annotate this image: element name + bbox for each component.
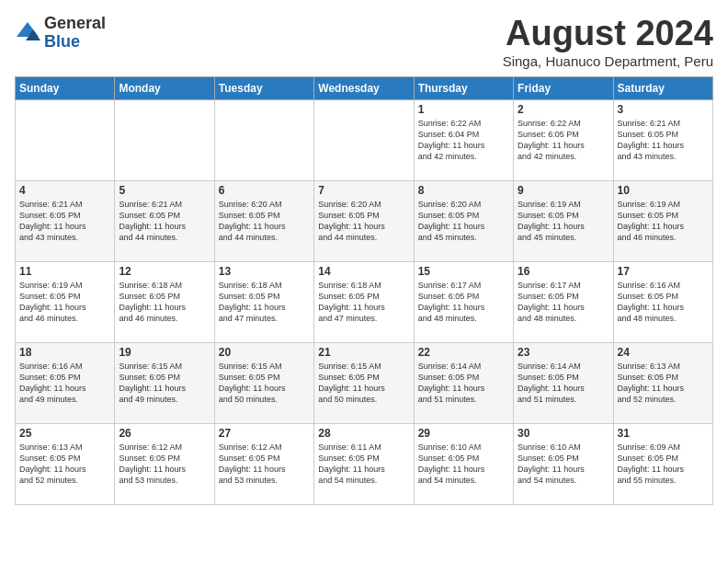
day-number: 8 xyxy=(418,184,509,197)
calendar-cell: 31Sunrise: 6:09 AM Sunset: 6:05 PM Dayli… xyxy=(613,423,712,504)
day-number: 25 xyxy=(19,427,110,440)
day-number: 29 xyxy=(418,427,509,440)
day-info: Sunrise: 6:13 AM Sunset: 6:05 PM Dayligh… xyxy=(618,361,709,406)
day-number: 21 xyxy=(318,346,409,359)
calendar-cell: 27Sunrise: 6:12 AM Sunset: 6:05 PM Dayli… xyxy=(214,423,313,504)
day-info: Sunrise: 6:18 AM Sunset: 6:05 PM Dayligh… xyxy=(219,280,310,325)
calendar-cell: 3Sunrise: 6:21 AM Sunset: 6:05 PM Daylig… xyxy=(613,99,712,180)
day-number: 22 xyxy=(418,346,509,359)
day-info: Sunrise: 6:18 AM Sunset: 6:05 PM Dayligh… xyxy=(318,280,409,325)
day-number: 1 xyxy=(418,103,509,116)
calendar-cell: 9Sunrise: 6:19 AM Sunset: 6:05 PM Daylig… xyxy=(514,180,613,261)
day-number: 24 xyxy=(618,346,709,359)
logo-text: General Blue xyxy=(44,15,106,52)
day-number: 7 xyxy=(318,184,409,197)
calendar-cell: 5Sunrise: 6:21 AM Sunset: 6:05 PM Daylig… xyxy=(115,180,214,261)
calendar-cell: 26Sunrise: 6:12 AM Sunset: 6:05 PM Dayli… xyxy=(115,423,214,504)
day-number: 26 xyxy=(119,427,210,440)
day-number: 9 xyxy=(518,184,609,197)
day-number: 28 xyxy=(318,427,409,440)
calendar-cell: 15Sunrise: 6:17 AM Sunset: 6:05 PM Dayli… xyxy=(414,261,513,342)
day-number: 20 xyxy=(219,346,310,359)
calendar-cell: 11Sunrise: 6:19 AM Sunset: 6:05 PM Dayli… xyxy=(16,261,115,342)
day-number: 17 xyxy=(618,265,709,278)
calendar-cell: 16Sunrise: 6:17 AM Sunset: 6:05 PM Dayli… xyxy=(514,261,613,342)
day-info: Sunrise: 6:20 AM Sunset: 6:05 PM Dayligh… xyxy=(219,199,310,244)
col-header-sunday: Sunday xyxy=(16,76,115,99)
calendar-cell: 17Sunrise: 6:16 AM Sunset: 6:05 PM Dayli… xyxy=(613,261,712,342)
day-info: Sunrise: 6:18 AM Sunset: 6:05 PM Dayligh… xyxy=(119,280,210,325)
day-number: 23 xyxy=(518,346,609,359)
day-info: Sunrise: 6:21 AM Sunset: 6:05 PM Dayligh… xyxy=(19,199,110,244)
day-number: 31 xyxy=(618,427,709,440)
calendar-cell: 12Sunrise: 6:18 AM Sunset: 6:05 PM Dayli… xyxy=(115,261,214,342)
calendar-cell: 20Sunrise: 6:15 AM Sunset: 6:05 PM Dayli… xyxy=(214,342,313,423)
calendar-table: SundayMondayTuesdayWednesdayThursdayFrid… xyxy=(15,76,713,505)
calendar-cell xyxy=(314,99,414,180)
calendar-week-2: 4Sunrise: 6:21 AM Sunset: 6:05 PM Daylig… xyxy=(16,180,713,261)
title-block: August 2024 Singa, Huanuco Department, P… xyxy=(503,15,713,69)
calendar-week-5: 25Sunrise: 6:13 AM Sunset: 6:05 PM Dayli… xyxy=(16,423,713,504)
col-header-thursday: Thursday xyxy=(414,76,513,99)
calendar-week-3: 11Sunrise: 6:19 AM Sunset: 6:05 PM Dayli… xyxy=(16,261,713,342)
day-info: Sunrise: 6:16 AM Sunset: 6:05 PM Dayligh… xyxy=(618,280,709,325)
calendar-week-4: 18Sunrise: 6:16 AM Sunset: 6:05 PM Dayli… xyxy=(16,342,713,423)
calendar-cell: 21Sunrise: 6:15 AM Sunset: 6:05 PM Dayli… xyxy=(314,342,414,423)
day-info: Sunrise: 6:19 AM Sunset: 6:05 PM Dayligh… xyxy=(19,280,110,325)
day-number: 14 xyxy=(318,265,409,278)
col-header-wednesday: Wednesday xyxy=(314,76,414,99)
calendar-cell: 19Sunrise: 6:15 AM Sunset: 6:05 PM Dayli… xyxy=(115,342,214,423)
day-info: Sunrise: 6:09 AM Sunset: 6:05 PM Dayligh… xyxy=(618,442,709,487)
day-number: 4 xyxy=(19,184,110,197)
day-info: Sunrise: 6:20 AM Sunset: 6:05 PM Dayligh… xyxy=(318,199,409,244)
col-header-saturday: Saturday xyxy=(613,76,712,99)
day-info: Sunrise: 6:22 AM Sunset: 6:05 PM Dayligh… xyxy=(518,118,609,163)
calendar-cell: 1Sunrise: 6:22 AM Sunset: 6:04 PM Daylig… xyxy=(414,99,513,180)
calendar-cell: 13Sunrise: 6:18 AM Sunset: 6:05 PM Dayli… xyxy=(214,261,313,342)
calendar-cell: 8Sunrise: 6:20 AM Sunset: 6:05 PM Daylig… xyxy=(414,180,513,261)
calendar-cell: 4Sunrise: 6:21 AM Sunset: 6:05 PM Daylig… xyxy=(16,180,115,261)
location-subtitle: Singa, Huanuco Department, Peru xyxy=(503,53,713,69)
day-number: 6 xyxy=(219,184,310,197)
col-header-tuesday: Tuesday xyxy=(214,76,313,99)
calendar-cell xyxy=(115,99,214,180)
calendar-cell: 28Sunrise: 6:11 AM Sunset: 6:05 PM Dayli… xyxy=(314,423,414,504)
day-number: 15 xyxy=(418,265,509,278)
calendar-cell: 24Sunrise: 6:13 AM Sunset: 6:05 PM Dayli… xyxy=(613,342,712,423)
day-info: Sunrise: 6:14 AM Sunset: 6:05 PM Dayligh… xyxy=(418,361,509,406)
calendar-cell: 30Sunrise: 6:10 AM Sunset: 6:05 PM Dayli… xyxy=(514,423,613,504)
calendar-cell: 22Sunrise: 6:14 AM Sunset: 6:05 PM Dayli… xyxy=(414,342,513,423)
logo-icon xyxy=(15,20,40,46)
day-info: Sunrise: 6:10 AM Sunset: 6:05 PM Dayligh… xyxy=(518,442,609,487)
day-info: Sunrise: 6:12 AM Sunset: 6:05 PM Dayligh… xyxy=(119,442,210,487)
logo-general: General xyxy=(44,15,106,33)
day-info: Sunrise: 6:21 AM Sunset: 6:05 PM Dayligh… xyxy=(618,118,709,163)
col-header-monday: Monday xyxy=(115,76,214,99)
day-info: Sunrise: 6:14 AM Sunset: 6:05 PM Dayligh… xyxy=(518,361,609,406)
day-number: 2 xyxy=(518,103,609,116)
day-info: Sunrise: 6:17 AM Sunset: 6:05 PM Dayligh… xyxy=(518,280,609,325)
day-info: Sunrise: 6:21 AM Sunset: 6:05 PM Dayligh… xyxy=(119,199,210,244)
day-info: Sunrise: 6:15 AM Sunset: 6:05 PM Dayligh… xyxy=(219,361,310,406)
calendar-cell: 25Sunrise: 6:13 AM Sunset: 6:05 PM Dayli… xyxy=(16,423,115,504)
logo: General Blue xyxy=(15,15,106,52)
day-number: 11 xyxy=(19,265,110,278)
month-title: August 2024 xyxy=(503,15,713,53)
calendar-cell: 10Sunrise: 6:19 AM Sunset: 6:05 PM Dayli… xyxy=(613,180,712,261)
day-number: 19 xyxy=(119,346,210,359)
day-info: Sunrise: 6:20 AM Sunset: 6:05 PM Dayligh… xyxy=(418,199,509,244)
day-info: Sunrise: 6:15 AM Sunset: 6:05 PM Dayligh… xyxy=(318,361,409,406)
logo-blue: Blue xyxy=(44,33,106,52)
day-info: Sunrise: 6:13 AM Sunset: 6:05 PM Dayligh… xyxy=(19,442,110,487)
day-number: 30 xyxy=(518,427,609,440)
day-number: 10 xyxy=(618,184,709,197)
day-info: Sunrise: 6:22 AM Sunset: 6:04 PM Dayligh… xyxy=(418,118,509,163)
day-number: 5 xyxy=(119,184,210,197)
calendar-cell xyxy=(214,99,313,180)
col-header-friday: Friday xyxy=(514,76,613,99)
calendar-cell: 2Sunrise: 6:22 AM Sunset: 6:05 PM Daylig… xyxy=(514,99,613,180)
day-info: Sunrise: 6:11 AM Sunset: 6:05 PM Dayligh… xyxy=(318,442,409,487)
day-info: Sunrise: 6:19 AM Sunset: 6:05 PM Dayligh… xyxy=(518,199,609,244)
day-info: Sunrise: 6:19 AM Sunset: 6:05 PM Dayligh… xyxy=(618,199,709,244)
calendar-cell: 18Sunrise: 6:16 AM Sunset: 6:05 PM Dayli… xyxy=(16,342,115,423)
